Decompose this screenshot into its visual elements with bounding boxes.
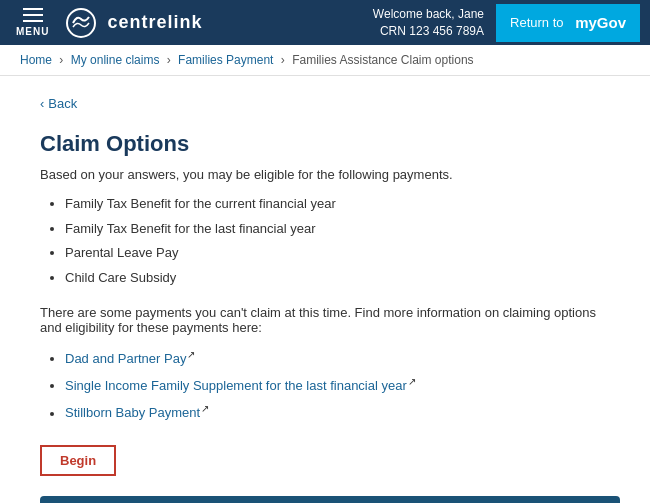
cannot-claim-text: There are some payments you can't claim … [40,305,620,335]
crn-line: CRN 123 456 789A [373,23,484,40]
back-chevron-icon: ‹ [40,96,44,111]
stillborn-baby-payment-link[interactable]: Stillborn Baby Payment [65,406,200,421]
page-title: Claim Options [40,131,620,157]
intro-text: Based on your answers, you may be eligib… [40,167,620,182]
list-item: Child Care Subsidy [65,266,620,291]
centrelink-logo-icon [65,7,97,39]
dad-partner-pay-link[interactable]: Dad and Partner Pay [65,351,186,366]
list-item: Stillborn Baby Payment↗ [65,399,620,426]
breadcrumb-current: Families Assistance Claim options [292,53,473,67]
list-item: Parental Leave Pay [65,241,620,266]
mygov-label: myGov [575,14,626,31]
external-link-icon: ↗ [187,349,195,360]
list-item: Single Income Family Supplement for the … [65,372,620,399]
welcome-line1: Welcome back, Jane [373,6,484,23]
breadcrumb-home[interactable]: Home [20,53,52,67]
list-item: Family Tax Benefit for the current finan… [65,192,620,217]
info-box: ? There are time limits for claiming fam… [40,496,620,503]
header-right: Welcome back, Jane CRN 123 456 789A Retu… [373,4,640,42]
begin-button[interactable]: Begin [40,445,116,476]
return-to-mygov-button[interactable]: Return to myGov [496,4,640,42]
main-content: ‹ Back Claim Options Based on your answe… [0,76,650,503]
header: MENU centrelink Welcome back, Jane CRN 1… [0,0,650,45]
welcome-text: Welcome back, Jane CRN 123 456 789A [373,6,484,40]
breadcrumb: Home › My online claims › Families Payme… [0,45,650,76]
breadcrumb-my-online-claims[interactable]: My online claims [71,53,160,67]
list-item: Dad and Partner Pay↗ [65,345,620,372]
single-income-family-supplement-link[interactable]: Single Income Family Supplement for the … [65,378,407,393]
list-item: Family Tax Benefit for the last financia… [65,217,620,242]
external-link-icon: ↗ [408,376,416,387]
back-label: Back [48,96,77,111]
header-left: MENU centrelink [10,2,203,43]
menu-label: MENU [16,26,49,37]
external-link-icon: ↗ [201,403,209,414]
return-to-label: Return to [510,15,563,30]
breadcrumb-families-payment[interactable]: Families Payment [178,53,273,67]
back-link[interactable]: ‹ Back [40,96,77,111]
cannot-claim-list: Dad and Partner Pay↗ Single Income Famil… [65,345,620,427]
svg-point-0 [67,9,95,37]
eligible-payments-list: Family Tax Benefit for the current finan… [65,192,620,291]
brand-name: centrelink [107,12,202,33]
menu-button[interactable]: MENU [10,2,55,43]
